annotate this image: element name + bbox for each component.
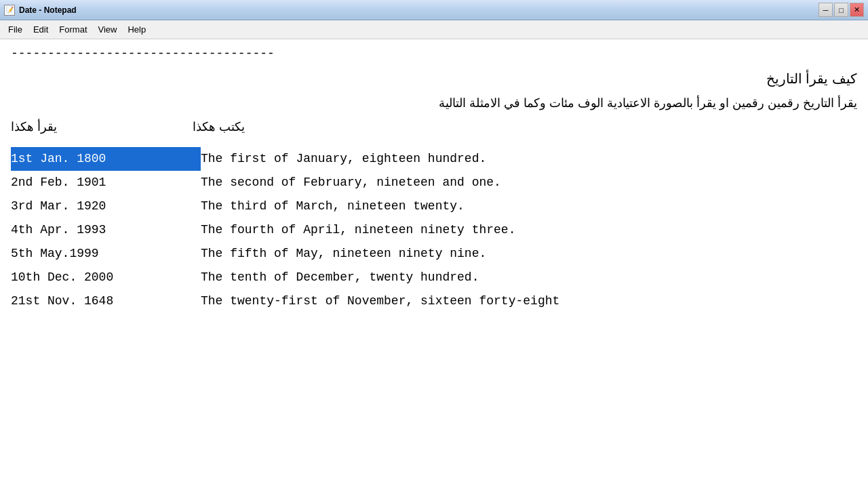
col1-header: يكتب هكذا (193, 118, 245, 136)
menu-edit[interactable]: Edit (28, 22, 54, 37)
reading-cell: The fifth of May, nineteen ninety nine. (201, 242, 857, 266)
close-button[interactable]: ✕ (850, 3, 864, 17)
reading-cell: The tenth of December, twenty hundred. (201, 266, 857, 289)
menu-format[interactable]: Format (54, 22, 92, 37)
window-controls: ─ □ ✕ (818, 3, 864, 17)
text-editor[interactable]: ------------------------------------ كيف… (0, 39, 868, 488)
table-row: 3rd Mar. 1920The third of March, ninetee… (11, 195, 857, 218)
table-row: 4th Apr. 1993The fourth of April, ninete… (11, 218, 857, 242)
col2-header: يقرأ هكذا (11, 118, 57, 136)
date-cell: 1st Jan. 1800 (11, 147, 201, 171)
menu-view[interactable]: View (93, 22, 123, 37)
arabic-paragraph: يقرأ التاريخ رقمين رقمين او يقرأ بالصورة… (11, 94, 857, 113)
date-cell: 2nd Feb. 1901 (11, 171, 201, 195)
menu-bar: File Edit Format View Help (0, 20, 868, 39)
arabic-heading: كيف يقرأ التاريخ (11, 68, 857, 89)
date-cell: 3rd Mar. 1920 (11, 195, 201, 218)
app-icon: 📝 (4, 5, 15, 16)
reading-cell: The second of February, nineteen and one… (201, 171, 857, 195)
table-row: 1st Jan. 1800The first of January, eight… (11, 147, 857, 171)
date-cell: 10th Dec. 2000 (11, 266, 201, 289)
minimize-button[interactable]: ─ (818, 3, 833, 17)
reading-cell: The third of March, nineteen twenty. (201, 195, 857, 218)
maximize-button[interactable]: □ (834, 3, 848, 17)
table-row: 21st Nov. 1648The twenty-first of Novemb… (11, 289, 857, 313)
date-cell: 21st Nov. 1648 (11, 289, 201, 313)
date-cell: 5th May.1999 (11, 242, 201, 266)
menu-help[interactable]: Help (122, 22, 151, 37)
menu-file[interactable]: File (3, 22, 28, 37)
reading-cell: The fourth of April, nineteen ninety thr… (201, 218, 857, 242)
table-row: 5th May.1999The fifth of May, nineteen n… (11, 242, 857, 266)
window-title: Date - Notepad (19, 5, 818, 15)
table-row: 2nd Feb. 1901The second of February, nin… (11, 171, 857, 195)
reading-cell: The first of January, eighteen hundred. (201, 147, 857, 171)
table-row: 10th Dec. 2000The tenth of December, twe… (11, 266, 857, 289)
date-cell: 4th Apr. 1993 (11, 218, 201, 242)
dates-table: 1st Jan. 1800The first of January, eight… (11, 147, 857, 313)
separator-line: ------------------------------------ (11, 45, 857, 63)
title-bar: 📝 Date - Notepad ─ □ ✕ (0, 0, 868, 20)
reading-cell: The twenty-first of November, sixteen fo… (201, 289, 857, 313)
arabic-column-headers: يقرأ هكذا يكتب هكذا (11, 118, 857, 136)
